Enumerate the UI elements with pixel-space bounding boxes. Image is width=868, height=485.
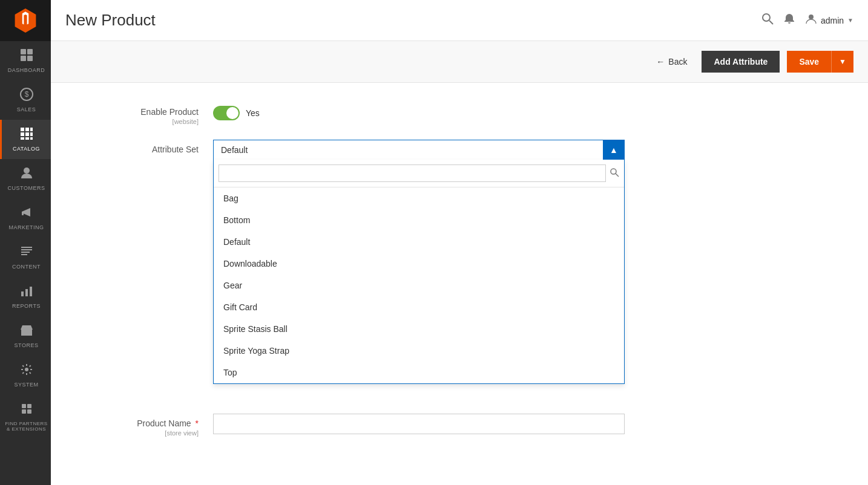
sidebar-item-catalog[interactable]: CATALOG xyxy=(0,120,51,159)
dropdown-search-input[interactable] xyxy=(219,164,606,182)
save-dropdown-button[interactable]: ▼ xyxy=(831,51,853,73)
dropdown-option-sprite-stasis-ball[interactable]: Sprite Stasis Ball xyxy=(214,318,624,340)
svg-rect-30 xyxy=(27,409,31,414)
dropdown-search-icon xyxy=(610,168,619,179)
dropdown-option-top[interactable]: Top xyxy=(214,362,624,383)
product-name-control xyxy=(213,414,625,434)
dropdown-option-default[interactable]: Default xyxy=(214,231,624,253)
dashboard-icon xyxy=(20,48,33,65)
save-button-group: Save ▼ xyxy=(787,51,853,73)
attribute-set-dropdown: Bag Bottom Default Downloadable Gear Gif… xyxy=(213,160,625,384)
search-icon[interactable] xyxy=(761,13,774,28)
svg-rect-3 xyxy=(27,56,33,61)
sidebar-item-reports[interactable]: REPORTS xyxy=(0,277,51,316)
svg-point-33 xyxy=(809,15,814,19)
sidebar-item-customers[interactable]: CUSTOMERS xyxy=(0,159,51,198)
sidebar-item-reports-label: REPORTS xyxy=(12,303,41,309)
enable-product-toggle-wrap: Yes xyxy=(213,102,625,120)
sales-icon: $ xyxy=(20,88,33,104)
system-icon xyxy=(20,363,33,379)
sidebar-item-stores-label: STORES xyxy=(15,342,39,348)
svg-rect-28 xyxy=(27,404,31,408)
svg-rect-16 xyxy=(22,212,24,215)
enable-product-control: Yes xyxy=(213,102,625,120)
sidebar-item-system-label: SYSTEM xyxy=(14,382,38,388)
svg-rect-18 xyxy=(21,249,32,250)
svg-point-34 xyxy=(611,169,616,174)
svg-rect-10 xyxy=(25,132,29,136)
save-dropdown-arrow-icon: ▼ xyxy=(839,57,846,66)
dropdown-option-bottom[interactable]: Bottom xyxy=(214,209,624,231)
svg-point-31 xyxy=(763,14,770,21)
enable-product-value: Yes xyxy=(246,108,260,118)
reports-icon xyxy=(20,284,33,301)
sidebar-item-customers-label: CUSTOMERS xyxy=(8,185,45,191)
add-attribute-button[interactable]: Add Attribute xyxy=(702,51,780,73)
svg-rect-23 xyxy=(30,287,32,296)
attribute-set-control: Default ▲ Bag Bottom Default xyxy=(213,140,625,160)
svg-text:$: $ xyxy=(24,90,28,99)
svg-rect-20 xyxy=(21,254,27,255)
svg-rect-12 xyxy=(21,137,24,140)
back-button[interactable]: ← Back xyxy=(649,52,694,71)
dropdown-option-bag[interactable]: Bag xyxy=(214,187,624,209)
sidebar-item-sales[interactable]: $ SALES xyxy=(0,80,51,120)
attribute-set-select[interactable]: Default xyxy=(213,140,625,160)
user-dropdown-icon: ▼ xyxy=(847,17,853,24)
svg-line-35 xyxy=(616,174,619,177)
svg-rect-7 xyxy=(25,128,29,131)
back-arrow-icon: ← xyxy=(656,57,665,67)
svg-rect-11 xyxy=(30,132,33,136)
sidebar-item-partners-label: FIND PARTNERS & EXTENSIONS xyxy=(4,421,48,432)
product-name-label: Product Name * [store view] xyxy=(80,414,213,437)
save-button[interactable]: Save xyxy=(787,51,831,73)
svg-rect-27 xyxy=(22,404,26,408)
sidebar-item-stores[interactable]: STORES xyxy=(0,316,51,356)
marketing-icon xyxy=(20,206,33,222)
sidebar-logo xyxy=(0,0,51,41)
main-area: New Product admin ▼ ← Back Add Attribute xyxy=(51,0,868,485)
svg-rect-29 xyxy=(22,409,26,414)
attribute-set-select-wrap: Default ▲ Bag Bottom Default xyxy=(213,140,625,160)
attribute-set-label: Attribute Set xyxy=(80,140,213,154)
svg-rect-21 xyxy=(21,291,24,296)
dropdown-option-gear[interactable]: Gear xyxy=(214,275,624,296)
toolbar: ← Back Add Attribute Save ▼ xyxy=(51,41,868,83)
dropdown-option-gift-card[interactable]: Gift Card xyxy=(214,296,624,318)
toggle-slider xyxy=(213,106,240,120)
sidebar-item-catalog-label: CATALOG xyxy=(13,146,40,152)
enable-product-label: Enable Product [website] xyxy=(80,102,213,125)
page-header: New Product admin ▼ xyxy=(51,0,868,41)
catalog-icon xyxy=(20,127,33,143)
sidebar-item-partners[interactable]: FIND PARTNERS & EXTENSIONS xyxy=(0,395,51,439)
user-menu[interactable]: admin ▼ xyxy=(805,13,853,28)
stores-icon xyxy=(20,324,33,340)
svg-rect-19 xyxy=(21,252,30,253)
product-name-input[interactable] xyxy=(213,414,625,434)
svg-rect-13 xyxy=(25,137,29,140)
svg-rect-0 xyxy=(21,49,26,54)
sidebar-item-marketing-label: MARKETING xyxy=(8,224,44,230)
customers-icon xyxy=(20,166,33,183)
notifications-icon[interactable] xyxy=(783,13,795,28)
svg-rect-2 xyxy=(21,56,26,61)
svg-rect-1 xyxy=(27,49,33,54)
svg-point-26 xyxy=(25,368,28,371)
svg-rect-9 xyxy=(21,132,24,136)
header-actions: admin ▼ xyxy=(761,13,853,28)
svg-rect-6 xyxy=(21,128,24,131)
partners-icon xyxy=(20,402,33,418)
sidebar-item-sales-label: SALES xyxy=(17,106,36,112)
svg-line-32 xyxy=(769,21,773,24)
dropdown-option-sprite-yoga-strap[interactable]: Sprite Yoga Strap xyxy=(214,340,624,362)
sidebar-item-marketing[interactable]: MARKETING xyxy=(0,198,51,238)
enable-product-toggle[interactable] xyxy=(213,106,240,120)
dropdown-option-downloadable[interactable]: Downloadable xyxy=(214,253,624,275)
sidebar-item-system[interactable]: SYSTEM xyxy=(0,356,51,395)
dropdown-search-row xyxy=(214,160,624,187)
sidebar-item-dashboard[interactable]: DASHBOARD xyxy=(0,41,51,80)
sidebar-item-content[interactable]: CONTENT xyxy=(0,238,51,277)
svg-rect-14 xyxy=(30,137,33,140)
user-avatar-icon xyxy=(805,13,817,28)
content-icon xyxy=(20,245,33,261)
